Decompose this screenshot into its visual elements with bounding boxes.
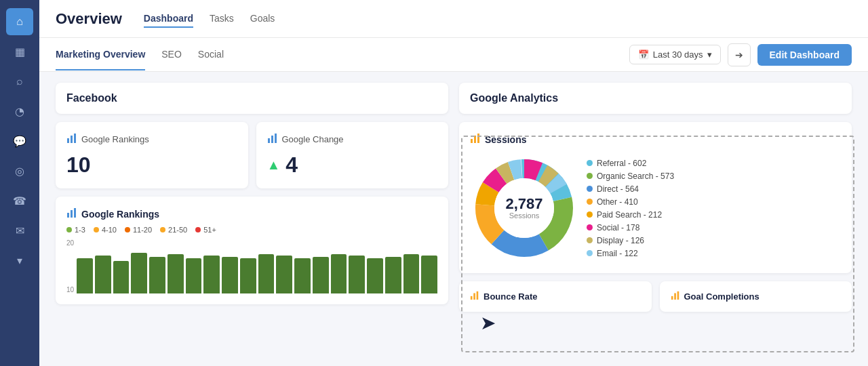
social-label: Social - 178 (597, 223, 639, 232)
bar-8 (203, 256, 220, 293)
subtab-social[interactable]: Social (198, 39, 224, 70)
bar-15 (331, 254, 347, 293)
referral-color (587, 160, 593, 166)
svg-rect-25 (674, 293, 676, 300)
svg-rect-4 (271, 136, 273, 143)
bar-5 (149, 257, 165, 293)
bar-17 (367, 258, 383, 293)
referral-label: Referral - 602 (597, 159, 646, 168)
sub-nav-actions: 📅 Last 30 days ▾ ➔ Edit Dashboard (629, 43, 852, 66)
sidebar-item-grid[interactable]: ▦ (6, 38, 33, 65)
subtab-seo[interactable]: SEO (161, 39, 182, 70)
legend-social: Social - 178 (587, 223, 674, 232)
bounce-rate-title: Bounce Rate (470, 291, 641, 302)
rankings-legend: 1-3 4-10 11-20 21-50 (66, 226, 437, 234)
bar-4 (131, 253, 147, 293)
tab-tasks[interactable]: Tasks (210, 10, 234, 28)
legend-other: Other - 410 (587, 197, 674, 207)
rankings-chart-card: Google Rankings 1-3 4-10 1 (56, 197, 448, 304)
sub-nav: Marketing Overview SEO Social 📅 Last 30 … (39, 38, 868, 72)
paid-search-label: Paid Search - 212 (597, 210, 662, 220)
direct-label: Direct - 564 (597, 184, 639, 194)
sidebar-item-chat[interactable]: 💬 (6, 127, 33, 155)
svg-rect-9 (471, 139, 473, 143)
legend-email: Email - 122 (587, 249, 674, 258)
main-area: Overview Dashboard Tasks Goals Marketing… (39, 0, 868, 366)
bar-12 (276, 256, 292, 293)
svg-rect-3 (268, 138, 270, 143)
bounce-rate-icon (470, 291, 479, 302)
sessions-main: 2,787 Sessions Referral - 602 (470, 154, 841, 262)
bar-7 (186, 258, 202, 293)
google-rankings-label: Google Rankings (66, 133, 237, 146)
sidebar-item-home[interactable]: ⌂ (6, 8, 33, 35)
svg-rect-0 (67, 138, 69, 143)
svg-rect-26 (677, 291, 679, 300)
legend-11-20: 11-20 (125, 226, 152, 234)
direct-color (587, 186, 593, 192)
bar-chart-bars (77, 239, 437, 293)
sidebar-item-target[interactable]: ◎ (6, 157, 33, 184)
page-title: Overview (56, 10, 122, 28)
bar-11 (258, 254, 275, 293)
sidebar-item-chart[interactable]: ◔ (6, 98, 33, 125)
rankings-chart-title: Google Rankings (66, 207, 437, 220)
sessions-donut-label: Sessions (505, 211, 542, 220)
sessions-title: Sessions (470, 133, 841, 146)
sidebar-item-location[interactable]: ▾ (6, 247, 33, 274)
social-color (587, 224, 593, 230)
ga-section: Google Analytics Sessions (459, 83, 852, 312)
svg-rect-5 (275, 134, 277, 143)
facebook-title: Facebook (66, 92, 117, 104)
sidebar-item-mail[interactable]: ✉ (6, 217, 33, 244)
other-label: Other - 410 (597, 197, 638, 207)
svg-rect-11 (477, 134, 479, 143)
sessions-donut: 2,787 Sessions (470, 154, 578, 262)
organic-label: Organic Search - 573 (597, 171, 674, 181)
svg-rect-10 (474, 136, 476, 143)
email-label: Email - 122 (597, 249, 638, 258)
sessions-legend: Referral - 602 Organic Search - 573 Dire… (587, 159, 674, 258)
donut-center: 2,787 Sessions (505, 197, 542, 220)
ga-header: Google Analytics (459, 83, 852, 114)
sessions-content: Sessions (470, 133, 841, 262)
subtab-marketing[interactable]: Marketing Overview (56, 39, 145, 70)
y-label-10: 10 (66, 286, 74, 293)
legend-4-10: 4-10 (94, 226, 117, 234)
sidebar: ⌂ ▦ ⌕ ◔ 💬 ◎ ☎ ✉ ▾ (0, 0, 39, 366)
edit-dashboard-button[interactable]: Edit Dashboard (757, 44, 852, 66)
svg-rect-22 (473, 293, 475, 300)
goal-completions-card: Goal Completions (660, 281, 852, 312)
sidebar-item-phone[interactable]: ☎ (6, 187, 33, 214)
date-picker-button[interactable]: 📅 Last 30 days ▾ (629, 45, 721, 64)
goal-completions-icon (671, 291, 680, 302)
svg-rect-6 (67, 213, 69, 218)
legend-display: Display - 126 (587, 236, 674, 245)
tab-goals[interactable]: Goals (250, 10, 275, 28)
google-rankings-value: 10 (66, 152, 237, 178)
organic-color (587, 173, 593, 179)
display-color (587, 237, 593, 243)
legend-51plus: 51+ (195, 226, 216, 234)
svg-rect-24 (671, 296, 673, 300)
share-button[interactable]: ➔ (728, 43, 751, 66)
bounce-rate-card: Bounce Rate (459, 281, 652, 312)
bottom-cards: Bounce Rate Goal Completions (459, 281, 852, 312)
bar-6 (167, 254, 184, 293)
tab-dashboard[interactable]: Dashboard (144, 10, 193, 28)
legend-paid-search: Paid Search - 212 (587, 210, 674, 220)
facebook-section: Facebook Google Rankings 10 (56, 83, 448, 312)
bar-chart-icon-3 (66, 207, 77, 220)
mini-cards: Google Rankings 10 Google Change ▲ (56, 122, 448, 188)
svg-rect-2 (74, 134, 76, 143)
ga-title: Google Analytics (470, 92, 558, 104)
google-rankings-card: Google Rankings 10 (56, 122, 248, 188)
legend-referral: Referral - 602 (587, 159, 674, 168)
sub-nav-tabs: Marketing Overview SEO Social (56, 39, 629, 70)
bar-10 (240, 258, 256, 293)
sidebar-item-search[interactable]: ⌕ (6, 68, 33, 95)
goal-completions-title: Goal Completions (671, 291, 842, 302)
bar-13 (294, 258, 311, 293)
bar-16 (349, 256, 365, 293)
other-color (587, 199, 593, 205)
